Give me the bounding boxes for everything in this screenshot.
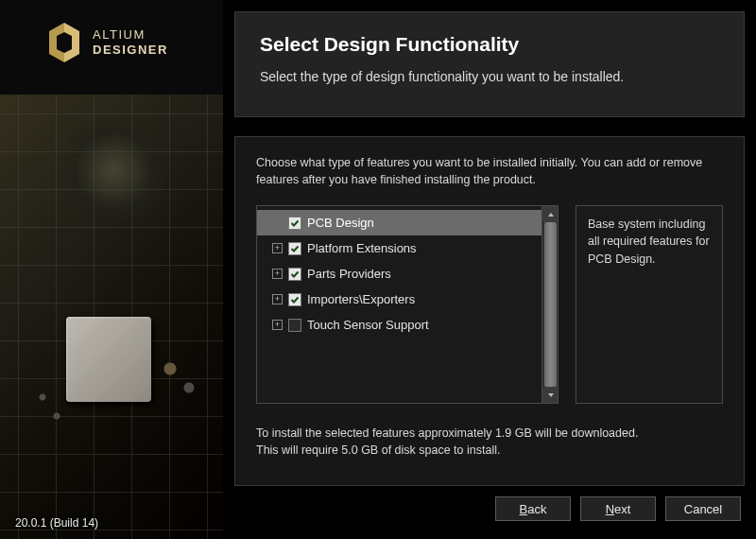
right-panel: Select Design Functionality Select the t… [234,11,745,528]
checkmark-icon [290,218,300,228]
checkmark-icon [290,270,300,279]
feature-item[interactable]: +Parts Providers [257,261,558,287]
expand-icon[interactable]: + [272,320,283,330]
feature-item[interactable]: +Touch Sensor Support [257,312,558,338]
feature-list[interactable]: PCB Design+Platform Extensions+Parts Pro… [256,205,558,404]
feature-label: Platform Extensions [307,241,417,255]
version-label: 20.0.1 (Build 14) [15,516,98,530]
checkmark-icon [290,295,300,304]
feature-checkbox[interactable] [288,217,301,230]
header-box: Select Design Functionality Select the t… [234,11,745,117]
altium-logo-icon [45,21,83,64]
wizard-buttons: Back Next Cancel [234,490,745,528]
feature-label: Parts Providers [307,267,391,281]
left-panel: ALTIUM DESIGNER 20.0.1 (Build 14) [0,0,223,539]
download-size-text: To install the selected features approxi… [256,425,723,442]
feature-item[interactable]: +Importers\Exporters [257,287,558,312]
feature-label: Importers\Exporters [307,292,415,306]
disk-space-text: This will require 5.0 GB of disk space t… [256,442,723,459]
expand-spacer [272,217,283,228]
cancel-button[interactable]: Cancel [665,496,741,521]
next-button[interactable]: Next [580,496,656,521]
brand-text: ALTIUM DESIGNER [93,27,168,57]
page-subtitle: Select the type of design functionality … [260,69,719,84]
scrollbar[interactable] [541,206,558,403]
expand-icon[interactable]: + [272,269,283,279]
pcb-background-image [0,95,223,539]
back-button[interactable]: Back [495,496,571,521]
scroll-up-button[interactable] [542,206,558,222]
page-title: Select Design Functionality [260,33,719,56]
feature-description-panel: Base system including all required featu… [576,205,723,404]
feature-item[interactable]: PCB Design [257,210,558,235]
feature-label: PCB Design [307,216,374,230]
feature-item[interactable]: +Platform Extensions [257,235,558,261]
chevron-up-icon [547,212,555,217]
feature-checkbox[interactable] [288,242,301,255]
feature-checkbox[interactable] [288,293,301,306]
feature-checkbox[interactable] [288,319,301,332]
expand-icon[interactable]: + [272,294,283,304]
scroll-thumb[interactable] [544,222,557,387]
expand-icon[interactable]: + [272,243,283,253]
feature-label: Touch Sensor Support [307,318,429,332]
chevron-down-icon [547,392,555,398]
brand-logo: ALTIUM DESIGNER [45,21,168,64]
checkmark-icon [290,244,300,253]
body-box: Choose what type of features you want to… [234,136,745,486]
scroll-down-button[interactable] [542,387,558,403]
feature-checkbox[interactable] [288,268,301,281]
instructions-text: Choose what type of features you want to… [256,154,723,188]
install-size-info: To install the selected features approxi… [256,425,723,459]
